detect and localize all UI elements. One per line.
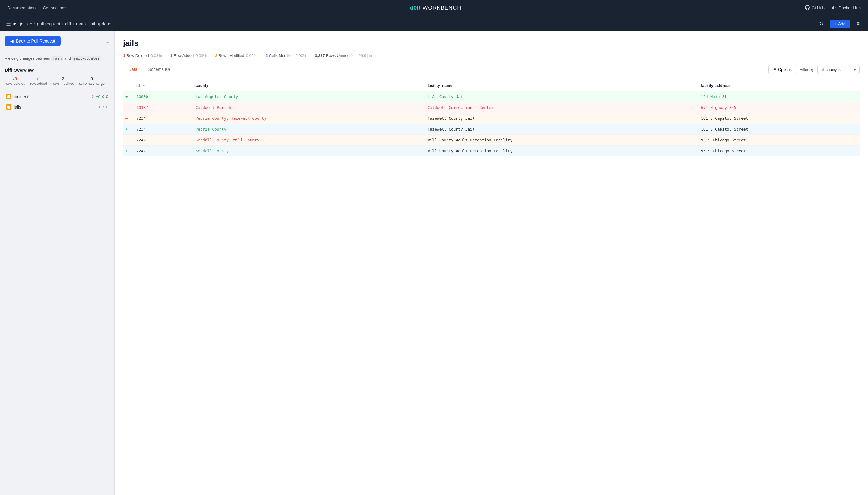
main-layout: ◀ Back to Pull Request ≡ Viewing changes… [0,31,868,495]
docker-icon [832,5,837,11]
cell-id: 7242 [132,146,191,156]
table-icon-jails [6,104,12,110]
github-icon [805,5,810,11]
stat-rows-modified-num: 2 [52,76,74,81]
table-name-jails: jails [14,105,88,109]
stat-rows-modified: 2 rows modified [52,76,74,86]
refresh-button[interactable]: ↻ [817,19,826,28]
deleted-pct: 0.03% [151,53,162,58]
docker-label: Docker Hub [838,5,861,10]
viewing-changes-text: Viewing changes between main and jail-up… [5,55,110,62]
th-sign [123,80,132,91]
cell-id: 10000 [132,91,191,102]
cell-facility_name: Tazewell County Jail [423,124,697,135]
cell-county: Peoria County [191,124,423,135]
added-label: Row Added [174,53,194,58]
top-nav: Documentation Connections d0lt WORKBENCH… [0,0,868,16]
cell-county: Peoria County, Tazewell County [191,113,423,124]
diff-sign-cell: + [123,91,132,102]
summary-modified: 2 Rows Modified 0.06% [215,53,257,58]
cell-facility_name: Will County Adult Detention Facility [423,146,697,156]
stat-rows-added-label: row added [30,81,47,86]
cells-label: Cells Modified [269,53,294,58]
cell-id: 7234 [132,124,191,135]
summary-deleted: 1 Row Deleted 0.03% [123,53,162,58]
table-header-row: id ⚭ county facility_name facility_addre… [123,80,859,91]
data-table: id ⚭ county facility_name facility_addre… [123,80,859,156]
options-button[interactable]: ▼ Options [768,65,796,74]
path-branch: main...jail-updates [76,21,113,26]
back-button-label: Back to Pull Request [16,39,55,44]
diff-sign: – [126,138,128,142]
table-row: –10187Caldwell ParishCaldwell Correction… [123,102,859,113]
diff-sign-cell: – [123,135,132,146]
path-diff[interactable]: diff [65,21,71,26]
sidebar-menu-icon[interactable]: ≡ [106,40,110,47]
logo-workbench: WORKBENCH [421,5,461,11]
stat-schema-change-num: 0 [79,76,105,81]
cells-pct: 0.00% [295,53,306,58]
table-title: jails [123,39,859,48]
diff-sign: + [126,127,128,132]
diff-sign: + [126,95,128,99]
incidents-deleted: -2 [90,95,94,99]
table-row: +7234Peoria CountyTazewell County Jail10… [123,124,859,135]
th-id: id ⚭ [132,80,191,91]
cell-facility_address: 124 Main St. [697,91,859,102]
breadcrumb-bar: ☰ us_jails ▾ / pull request / diff / mai… [0,16,868,31]
id-link-icon: ⚭ [142,84,145,88]
th-facility-name: facility_name [423,80,697,91]
docker-link[interactable]: Docker Hub [832,5,861,11]
logo: d0lt WORKBENCH [410,5,461,11]
db-dropdown-icon[interactable]: ▾ [30,22,32,25]
tab-controls: ▼ Options Filter by all changes added ro… [768,65,859,74]
content-area: jails 1 Row Deleted 0.03% 1 Row Added 0.… [115,31,868,495]
unmodified-count: 3,237 [315,53,325,58]
table-item-incidents[interactable]: incidents -2 +0 0 0 [5,92,110,102]
cell-facility_address: 95 S Chicago Street [697,146,859,156]
stat-rows-deleted: -3 rows deleted [5,76,25,86]
nav-documentation[interactable]: Documentation [7,5,36,10]
top-nav-right: GitHub Docker Hub [805,5,861,11]
table-row: –7234Peoria County, Tazewell CountyTazew… [123,113,859,124]
jails-modified: 2 [102,105,104,109]
diff-sign: – [126,105,128,110]
stat-rows-modified-label: rows modified [52,81,74,86]
filter-select[interactable]: all changes added rows deleted rows modi… [817,65,859,74]
diff-sign: + [126,149,128,153]
table-changes-jails: -1 +1 2 0 [90,105,108,109]
table-item-jails[interactable]: jails -1 +1 2 0 [5,102,110,112]
cell-id: 7234 [132,113,191,124]
cell-facility_name: Caldwell Correctional Center [423,102,697,113]
table-changes-incidents: -2 +0 0 0 [90,95,108,99]
menu-button[interactable]: ≡ [854,19,862,28]
add-button[interactable]: + Add [830,20,850,28]
added-pct: 0.03% [196,53,206,58]
diff-summary-bar: 1 Row Deleted 0.03% 1 Row Added 0.03% 2 … [123,53,859,58]
path-pull-request[interactable]: pull request [37,21,60,26]
tab-schema[interactable]: Schema (0) [143,64,176,75]
cell-facility_name: Will County Adult Detention Facility [423,135,697,146]
diff-overview-title: Diff Overview [5,68,110,73]
tab-data[interactable]: Data [123,64,143,75]
table-row: +7242Kendall CountyWill County Adult Det… [123,146,859,156]
cell-id: 10187 [132,102,191,113]
top-nav-left: Documentation Connections [7,5,66,10]
github-link[interactable]: GitHub [805,5,825,11]
db-name[interactable]: us_jails [13,21,28,26]
modified-label: Rows Modified [218,53,244,58]
diff-sign-cell: + [123,146,132,156]
nav-connections[interactable]: Connections [43,5,66,10]
breadcrumb-actions: ↻ + Add ≡ [817,19,862,28]
diff-sign-cell: + [123,124,132,135]
table-icon-incidents [6,94,12,100]
cell-facility_address: 671 Highway 845 [697,102,859,113]
options-chevron-icon: ▼ [773,67,777,72]
table-name-incidents: incidents [14,95,88,99]
summary-cells-modified: 2 Cells Modified 0.00% [266,53,307,58]
stat-schema-change-label: schema change [79,81,105,86]
database-icon: ☰ [6,20,11,27]
back-to-pull-request-button[interactable]: ◀ Back to Pull Request [5,36,61,46]
modified-count: 2 [215,53,217,58]
jails-added: +1 [96,105,100,109]
